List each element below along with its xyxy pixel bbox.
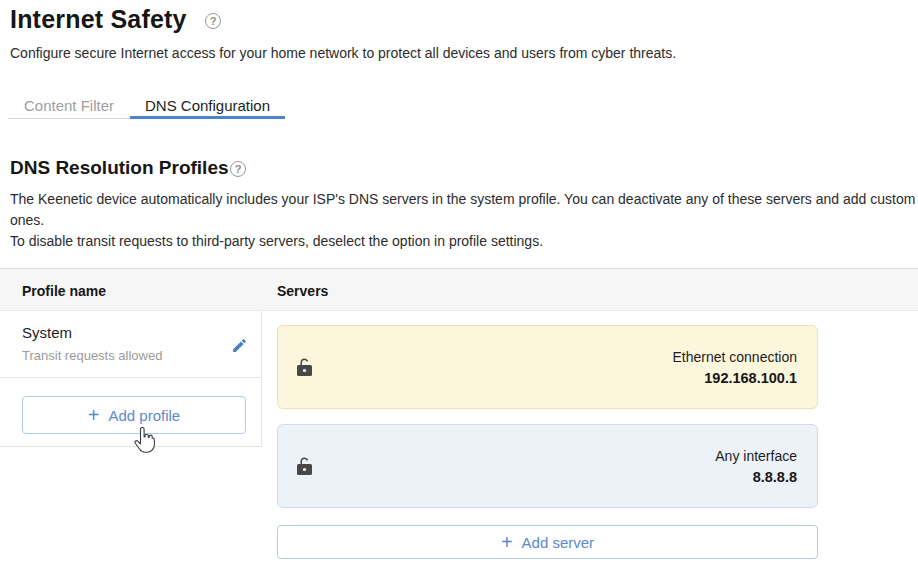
tab-bar: Content Filter DNS Configuration [8, 91, 285, 119]
server-address: 8.8.8.8 [715, 469, 797, 485]
page-title: Internet Safety [10, 5, 187, 34]
profile-status: Transit requests allowed [22, 348, 247, 363]
help-icon[interactable]: ? [230, 161, 246, 177]
tab-content-filter-label: Content Filter [24, 97, 114, 114]
server-interface: Any interface [715, 448, 797, 464]
description-line: ones. [10, 210, 918, 231]
add-profile-label: Add profile [108, 407, 180, 424]
tab-underline-active [130, 116, 285, 119]
plus-icon: + [501, 532, 513, 552]
pencil-icon [231, 342, 248, 357]
column-header-servers: Servers [277, 283, 328, 299]
description-line: The Keenetic device automatically includ… [10, 189, 918, 210]
edit-profile-button[interactable] [230, 337, 248, 355]
profile-row-system[interactable]: System Transit requests allowed [0, 311, 261, 378]
description-line: To disable transit requests to third-par… [10, 231, 918, 252]
server-card-ethernet[interactable]: Ethernet connection 192.168.100.1 [277, 325, 818, 409]
table-header-row: Profile name Servers [0, 268, 918, 311]
column-header-profile-name: Profile name [22, 283, 106, 299]
server-info: Ethernet connection 192.168.100.1 [672, 349, 797, 386]
add-profile-button[interactable]: + Add profile [22, 396, 246, 434]
plus-icon: + [88, 405, 100, 425]
server-address: 192.168.100.1 [672, 370, 797, 386]
tab-content-filter[interactable]: Content Filter [8, 91, 130, 119]
section-heading: DNS Resolution Profiles [10, 157, 229, 179]
server-interface: Ethernet connection [672, 349, 797, 365]
internet-safety-page: Internet Safety ? Configure secure Inter… [0, 0, 918, 572]
add-server-label: Add server [522, 534, 595, 551]
help-icon[interactable]: ? [205, 13, 221, 29]
page-subtitle: Configure secure Internet access for you… [10, 45, 676, 61]
add-server-button[interactable]: + Add server [277, 525, 818, 559]
section-description: The Keenetic device automatically includ… [10, 189, 918, 252]
tab-dns-configuration-label: DNS Configuration [145, 97, 270, 114]
tab-underline-inactive [8, 118, 130, 119]
profile-name: System [22, 324, 247, 341]
tab-dns-configuration[interactable]: DNS Configuration [130, 91, 285, 119]
open-padlock-icon[interactable] [296, 456, 313, 476]
server-info: Any interface 8.8.8.8 [715, 448, 797, 485]
server-card-any-interface[interactable]: Any interface 8.8.8.8 [277, 424, 818, 508]
open-padlock-icon[interactable] [296, 357, 313, 377]
